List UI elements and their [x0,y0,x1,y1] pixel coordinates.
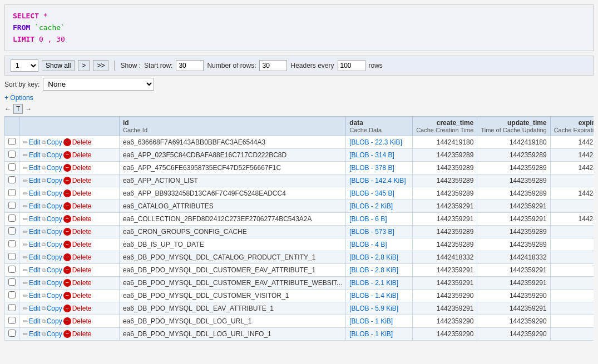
data-cell[interactable]: [BLOB - 2.8 KiB] [346,264,413,277]
copy-link[interactable]: Copy [47,164,62,172]
delete-link[interactable]: Delete [72,292,92,300]
delete-link[interactable]: Delete [72,317,92,325]
row-checkbox[interactable] [8,253,16,260]
edit-link[interactable]: Edit [29,228,41,236]
edit-link[interactable]: Edit [29,138,41,146]
blob-link[interactable]: [BLOB - 573 B] [349,228,394,236]
copy-link[interactable]: Copy [47,138,62,146]
copy-link[interactable]: Copy [47,279,62,287]
sort-t-icon[interactable]: T [13,104,23,114]
show-all-button[interactable]: Show all [42,60,75,71]
edit-link[interactable]: Edit [29,164,41,172]
copy-link[interactable]: Copy [47,305,62,312]
next-next-button[interactable]: >> [93,60,108,71]
copy-link[interactable]: Copy [47,241,62,248]
delete-link[interactable]: Delete [72,228,92,236]
blob-link[interactable]: [BLOB - 1.4 KiB] [349,292,398,300]
data-cell[interactable]: [BLOB - 1 KiB] [346,328,413,341]
delete-link[interactable]: Delete [72,177,92,185]
delete-link[interactable]: Delete [72,253,92,261]
copy-link[interactable]: Copy [47,330,62,338]
start-row-input[interactable] [176,60,204,71]
edit-link[interactable]: Edit [29,305,41,312]
data-cell[interactable]: [BLOB - 378 B] [346,162,413,174]
edit-link[interactable]: Edit [29,177,41,185]
copy-link[interactable]: Copy [47,202,62,210]
blob-link[interactable]: [BLOB - 4 B] [349,241,387,248]
blob-link[interactable]: [BLOB - 6 B] [349,215,387,223]
delete-link[interactable]: Delete [72,190,92,197]
row-checkbox[interactable] [8,317,16,324]
delete-link[interactable]: Delete [72,305,92,312]
row-checkbox[interactable] [8,291,16,298]
edit-link[interactable]: Edit [29,292,41,300]
blob-link[interactable]: [BLOB - 2.8 KiB] [349,253,398,261]
delete-link[interactable]: Delete [72,330,92,338]
copy-link[interactable]: Copy [47,215,62,223]
copy-link[interactable]: Copy [47,190,62,197]
copy-link[interactable]: Copy [47,292,62,300]
delete-link[interactable]: Delete [72,279,92,287]
data-cell[interactable]: [BLOB - 5.9 KiB] [346,302,413,315]
row-checkbox[interactable] [8,330,16,337]
delete-link[interactable]: Delete [72,151,92,159]
edit-link[interactable]: Edit [29,266,41,274]
edit-link[interactable]: Edit [29,190,41,197]
sort-select[interactable]: None [43,78,154,91]
next-button[interactable]: > [78,60,90,71]
data-cell[interactable]: [BLOB - 22.3 KiB] [346,136,413,149]
edit-link[interactable]: Edit [29,330,41,338]
update-time-header[interactable]: update_time Time of Cache Updating [477,117,550,136]
data-cell[interactable]: [BLOB - 2 KiB] [346,200,413,213]
edit-link[interactable]: Edit [29,253,41,261]
copy-link[interactable]: Copy [47,151,62,159]
edit-link[interactable]: Edit [29,151,41,159]
blob-link[interactable]: [BLOB - 2.1 KiB] [349,279,398,287]
expire-time-header[interactable]: expire_time Cache Expiration Time [550,117,594,136]
copy-link[interactable]: Copy [47,266,62,274]
delete-link[interactable]: Delete [72,138,92,146]
row-checkbox[interactable] [8,138,16,145]
row-checkbox[interactable] [8,202,16,209]
data-cell[interactable]: [BLOB - 6 B] [346,213,413,226]
edit-link[interactable]: Edit [29,241,41,248]
edit-link[interactable]: Edit [29,202,41,210]
copy-link[interactable]: Copy [47,177,62,185]
delete-link[interactable]: Delete [72,241,92,248]
row-checkbox[interactable] [8,176,16,183]
headers-input[interactable] [338,60,365,71]
delete-link[interactable]: Delete [72,266,92,274]
options-link[interactable]: + Options [4,94,33,102]
row-checkbox[interactable] [8,163,16,171]
blob-link[interactable]: [BLOB - 1 KiB] [349,317,393,325]
page-select[interactable]: 1 [11,59,38,72]
row-checkbox[interactable] [8,266,16,273]
blob-link[interactable]: [BLOB - 314 B] [349,151,394,159]
data-cell[interactable]: [BLOB - 1.4 KiB] [346,290,413,302]
edit-link[interactable]: Edit [29,215,41,223]
blob-link[interactable]: [BLOB - 22.3 KiB] [349,138,402,146]
edit-link[interactable]: Edit [29,279,41,287]
delete-link[interactable]: Delete [72,202,92,210]
copy-link[interactable]: Copy [47,253,62,261]
delete-link[interactable]: Delete [72,215,92,223]
data-cell[interactable]: [BLOB - 573 B] [346,226,413,238]
data-cell[interactable]: [BLOB - 2.8 KiB] [346,251,413,264]
num-rows-input[interactable] [259,60,287,71]
row-checkbox[interactable] [8,151,16,158]
copy-link[interactable]: Copy [47,228,62,236]
create-time-header[interactable]: create_time Cache Creation Time [413,117,477,136]
blob-link[interactable]: [BLOB - 378 B] [349,164,394,172]
blob-link[interactable]: [BLOB - 142.4 KiB] [349,177,406,185]
blob-link[interactable]: [BLOB - 5.9 KiB] [349,305,398,312]
row-checkbox[interactable] [8,215,16,222]
data-cell[interactable]: [BLOB - 142.4 KiB] [346,174,413,187]
row-checkbox[interactable] [8,304,16,311]
delete-link[interactable]: Delete [72,164,92,172]
data-cell[interactable]: [BLOB - 345 B] [346,187,413,200]
edit-link[interactable]: Edit [29,317,41,325]
copy-link[interactable]: Copy [47,317,62,325]
blob-link[interactable]: [BLOB - 1 KiB] [349,330,393,338]
id-header[interactable]: id Cache Id [120,117,346,136]
data-cell[interactable]: [BLOB - 1 KiB] [346,315,413,328]
